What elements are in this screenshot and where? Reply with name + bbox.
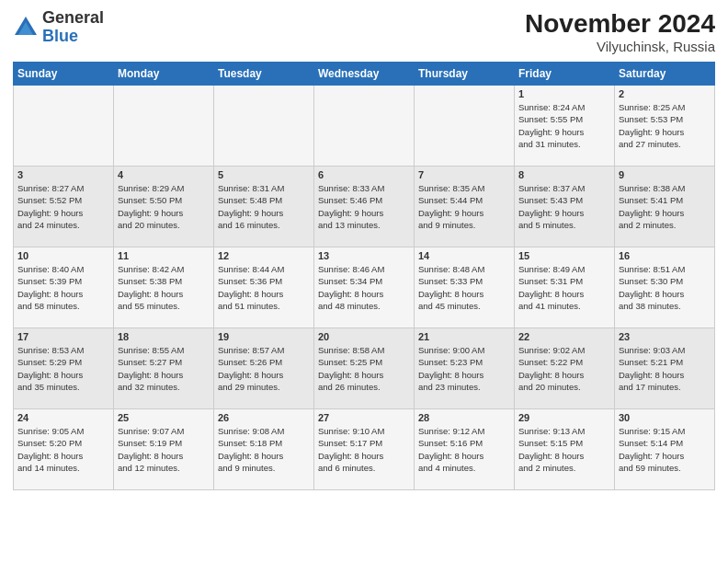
day-info: Sunrise: 8:35 AM Sunset: 5:44 PM Dayligh… xyxy=(418,182,510,231)
day-number: 1 xyxy=(518,88,610,99)
day-number: 15 xyxy=(518,250,610,261)
day-number: 2 xyxy=(619,88,711,99)
logo-general: General xyxy=(42,8,104,27)
day-info: Sunrise: 8:31 AM Sunset: 5:48 PM Dayligh… xyxy=(218,182,310,231)
calendar-cell: 23Sunrise: 9:03 AM Sunset: 5:21 PM Dayli… xyxy=(615,328,715,409)
day-number: 11 xyxy=(118,250,210,261)
month-title: November 2024 xyxy=(525,9,715,39)
calendar-cell: 22Sunrise: 9:02 AM Sunset: 5:22 PM Dayli… xyxy=(515,328,615,409)
day-info: Sunrise: 8:27 AM Sunset: 5:52 PM Dayligh… xyxy=(17,182,109,231)
day-info: Sunrise: 8:46 AM Sunset: 5:34 PM Dayligh… xyxy=(318,263,410,312)
calendar-week-4: 17Sunrise: 8:53 AM Sunset: 5:29 PM Dayli… xyxy=(14,328,715,409)
calendar-header: Sunday Monday Tuesday Wednesday Thursday… xyxy=(14,63,715,86)
calendar-cell: 20Sunrise: 8:58 AM Sunset: 5:25 PM Dayli… xyxy=(314,328,415,409)
logo-text: General Blue xyxy=(42,9,104,46)
day-number: 6 xyxy=(318,169,410,180)
day-info: Sunrise: 8:58 AM Sunset: 5:25 PM Dayligh… xyxy=(318,344,410,393)
day-info: Sunrise: 9:10 AM Sunset: 5:17 PM Dayligh… xyxy=(318,425,410,474)
day-info: Sunrise: 8:25 AM Sunset: 5:53 PM Dayligh… xyxy=(619,101,711,150)
calendar-cell: 29Sunrise: 9:13 AM Sunset: 5:15 PM Dayli… xyxy=(515,409,615,490)
calendar-week-2: 3Sunrise: 8:27 AM Sunset: 5:52 PM Daylig… xyxy=(14,167,715,247)
page-container: General Blue November 2024 Vilyuchinsk, … xyxy=(0,0,728,500)
day-number: 3 xyxy=(17,169,109,180)
day-info: Sunrise: 8:29 AM Sunset: 5:50 PM Dayligh… xyxy=(118,182,210,231)
day-info: Sunrise: 9:03 AM Sunset: 5:21 PM Dayligh… xyxy=(619,344,711,393)
calendar-cell: 21Sunrise: 9:00 AM Sunset: 5:23 PM Dayli… xyxy=(415,328,515,409)
title-block: November 2024 Vilyuchinsk, Russia xyxy=(525,9,715,54)
weekday-header-row: Sunday Monday Tuesday Wednesday Thursday… xyxy=(14,63,715,86)
logo-blue: Blue xyxy=(42,27,78,45)
day-number: 19 xyxy=(218,331,310,342)
calendar-cell xyxy=(314,86,415,167)
day-info: Sunrise: 9:15 AM Sunset: 5:14 PM Dayligh… xyxy=(619,425,711,474)
calendar-cell: 4Sunrise: 8:29 AM Sunset: 5:50 PM Daylig… xyxy=(114,167,214,247)
header-thursday: Thursday xyxy=(415,63,515,86)
logo: General Blue xyxy=(13,9,104,46)
day-info: Sunrise: 9:00 AM Sunset: 5:23 PM Dayligh… xyxy=(418,344,510,393)
calendar-cell xyxy=(214,86,314,167)
day-number: 27 xyxy=(318,412,410,423)
day-number: 8 xyxy=(518,169,610,180)
day-number: 17 xyxy=(17,331,109,342)
day-number: 13 xyxy=(318,250,410,261)
day-number: 7 xyxy=(418,169,510,180)
day-info: Sunrise: 8:53 AM Sunset: 5:29 PM Dayligh… xyxy=(17,344,109,393)
calendar-cell: 5Sunrise: 8:31 AM Sunset: 5:48 PM Daylig… xyxy=(214,167,314,247)
day-info: Sunrise: 8:51 AM Sunset: 5:30 PM Dayligh… xyxy=(619,263,711,312)
day-info: Sunrise: 8:38 AM Sunset: 5:41 PM Dayligh… xyxy=(619,182,711,231)
day-number: 26 xyxy=(218,412,310,423)
calendar-cell: 14Sunrise: 8:48 AM Sunset: 5:33 PM Dayli… xyxy=(415,247,515,328)
calendar-table: Sunday Monday Tuesday Wednesday Thursday… xyxy=(13,62,715,490)
day-number: 14 xyxy=(418,250,510,261)
calendar-cell: 13Sunrise: 8:46 AM Sunset: 5:34 PM Dayli… xyxy=(314,247,415,328)
page-header: General Blue November 2024 Vilyuchinsk, … xyxy=(13,9,715,54)
calendar-cell: 7Sunrise: 8:35 AM Sunset: 5:44 PM Daylig… xyxy=(415,167,515,247)
calendar-cell: 18Sunrise: 8:55 AM Sunset: 5:27 PM Dayli… xyxy=(114,328,214,409)
day-number: 20 xyxy=(318,331,410,342)
day-number: 16 xyxy=(619,250,711,261)
day-info: Sunrise: 8:40 AM Sunset: 5:39 PM Dayligh… xyxy=(17,263,109,312)
calendar-cell: 30Sunrise: 9:15 AM Sunset: 5:14 PM Dayli… xyxy=(615,409,715,490)
calendar-cell: 24Sunrise: 9:05 AM Sunset: 5:20 PM Dayli… xyxy=(14,409,114,490)
calendar-week-5: 24Sunrise: 9:05 AM Sunset: 5:20 PM Dayli… xyxy=(14,409,715,490)
day-info: Sunrise: 9:02 AM Sunset: 5:22 PM Dayligh… xyxy=(518,344,610,393)
day-info: Sunrise: 8:37 AM Sunset: 5:43 PM Dayligh… xyxy=(518,182,610,231)
day-number: 22 xyxy=(518,331,610,342)
calendar-cell: 11Sunrise: 8:42 AM Sunset: 5:38 PM Dayli… xyxy=(114,247,214,328)
logo-icon xyxy=(13,15,39,40)
day-info: Sunrise: 8:48 AM Sunset: 5:33 PM Dayligh… xyxy=(418,263,510,312)
calendar-cell: 28Sunrise: 9:12 AM Sunset: 5:16 PM Dayli… xyxy=(415,409,515,490)
day-number: 30 xyxy=(619,412,711,423)
calendar-week-3: 10Sunrise: 8:40 AM Sunset: 5:39 PM Dayli… xyxy=(14,247,715,328)
day-number: 5 xyxy=(218,169,310,180)
day-number: 10 xyxy=(17,250,109,261)
header-saturday: Saturday xyxy=(615,63,715,86)
calendar-cell: 17Sunrise: 8:53 AM Sunset: 5:29 PM Dayli… xyxy=(14,328,114,409)
calendar-cell: 16Sunrise: 8:51 AM Sunset: 5:30 PM Dayli… xyxy=(615,247,715,328)
day-number: 29 xyxy=(518,412,610,423)
calendar-body: 1Sunrise: 8:24 AM Sunset: 5:55 PM Daylig… xyxy=(14,86,715,490)
calendar-cell xyxy=(114,86,214,167)
day-number: 24 xyxy=(17,412,109,423)
calendar-cell: 1Sunrise: 8:24 AM Sunset: 5:55 PM Daylig… xyxy=(515,86,615,167)
day-number: 25 xyxy=(118,412,210,423)
calendar-cell xyxy=(415,86,515,167)
day-number: 12 xyxy=(218,250,310,261)
calendar-cell xyxy=(14,86,114,167)
day-info: Sunrise: 8:44 AM Sunset: 5:36 PM Dayligh… xyxy=(218,263,310,312)
header-friday: Friday xyxy=(515,63,615,86)
calendar-cell: 26Sunrise: 9:08 AM Sunset: 5:18 PM Dayli… xyxy=(214,409,314,490)
calendar-cell: 6Sunrise: 8:33 AM Sunset: 5:46 PM Daylig… xyxy=(314,167,415,247)
day-info: Sunrise: 8:57 AM Sunset: 5:26 PM Dayligh… xyxy=(218,344,310,393)
calendar-week-1: 1Sunrise: 8:24 AM Sunset: 5:55 PM Daylig… xyxy=(14,86,715,167)
calendar-cell: 9Sunrise: 8:38 AM Sunset: 5:41 PM Daylig… xyxy=(615,167,715,247)
calendar-cell: 12Sunrise: 8:44 AM Sunset: 5:36 PM Dayli… xyxy=(214,247,314,328)
day-number: 9 xyxy=(619,169,711,180)
day-info: Sunrise: 8:42 AM Sunset: 5:38 PM Dayligh… xyxy=(118,263,210,312)
day-info: Sunrise: 9:12 AM Sunset: 5:16 PM Dayligh… xyxy=(418,425,510,474)
calendar-cell: 25Sunrise: 9:07 AM Sunset: 5:19 PM Dayli… xyxy=(114,409,214,490)
day-info: Sunrise: 9:05 AM Sunset: 5:20 PM Dayligh… xyxy=(17,425,109,474)
day-info: Sunrise: 9:07 AM Sunset: 5:19 PM Dayligh… xyxy=(118,425,210,474)
day-info: Sunrise: 9:13 AM Sunset: 5:15 PM Dayligh… xyxy=(518,425,610,474)
day-number: 28 xyxy=(418,412,510,423)
